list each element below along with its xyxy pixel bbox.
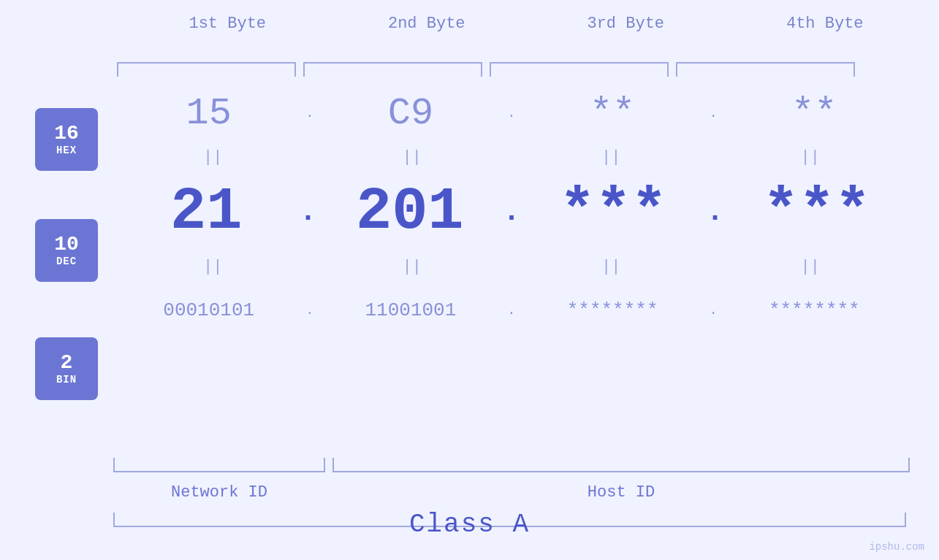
hex-row: 15 . C9 . ** . ** bbox=[113, 84, 910, 142]
network-bracket bbox=[113, 458, 325, 472]
dec-byte-3: *** bbox=[520, 178, 706, 246]
dot-b1: . bbox=[304, 303, 315, 318]
bracket-1 bbox=[117, 62, 296, 77]
bin-byte-4: ******** bbox=[719, 299, 910, 321]
eq1-2: || bbox=[322, 148, 501, 166]
badge-dec-number: 10 bbox=[54, 234, 79, 256]
top-brackets bbox=[113, 62, 910, 84]
network-id-label: Network ID bbox=[113, 483, 325, 502]
dot-d3: . bbox=[706, 196, 723, 229]
bottom-brackets bbox=[113, 458, 910, 472]
bracket-3 bbox=[490, 62, 669, 77]
eq2-1: || bbox=[123, 258, 303, 276]
badge-bin: 2 BIN bbox=[35, 337, 98, 400]
dec-row: 21 . 201 . *** . *** bbox=[113, 172, 910, 252]
dot-d2: . bbox=[503, 196, 520, 229]
bracket-2 bbox=[303, 62, 482, 77]
dot-d1: . bbox=[299, 196, 316, 229]
badge-bin-number: 2 bbox=[61, 352, 73, 375]
header-byte-4: 4th Byte bbox=[734, 15, 916, 33]
badge-bin-label: BIN bbox=[56, 374, 77, 386]
dot-b2: . bbox=[506, 303, 517, 318]
dec-byte-1: 21 bbox=[113, 178, 299, 246]
eq1-3: || bbox=[522, 148, 701, 166]
class-label: Class A bbox=[0, 510, 939, 540]
watermark: ipshu.com bbox=[869, 541, 924, 553]
column-headers: 1st Byte 2nd Byte 3rd Byte 4th Byte bbox=[128, 15, 924, 33]
bin-byte-2: 11001001 bbox=[315, 299, 506, 321]
badge-hex: 16 HEX bbox=[35, 108, 98, 171]
hex-byte-1: 15 bbox=[113, 92, 304, 135]
eq1-4: || bbox=[721, 148, 900, 166]
badge-hex-label: HEX bbox=[56, 145, 77, 156]
eq2-2: || bbox=[322, 258, 501, 276]
hex-byte-2: C9 bbox=[315, 92, 506, 135]
eq2-4: || bbox=[721, 258, 900, 276]
badge-hex-number: 16 bbox=[54, 123, 79, 145]
bin-row: 00010101 . 11001001 . ******** . *******… bbox=[113, 281, 910, 340]
equals-row-2: || || || || bbox=[113, 252, 910, 281]
bracket-4 bbox=[676, 62, 855, 77]
hex-byte-3: ** bbox=[517, 92, 707, 135]
badge-dec-label: DEC bbox=[56, 256, 77, 267]
main-container: 16 HEX 10 DEC 2 BIN 1st Byte 2nd Byte 3r… bbox=[0, 0, 939, 560]
dot-h3: . bbox=[708, 106, 719, 120]
header-byte-1: 1st Byte bbox=[136, 15, 319, 33]
dec-byte-2: 201 bbox=[317, 178, 503, 246]
dec-byte-4: *** bbox=[724, 178, 910, 246]
bin-byte-3: ******** bbox=[517, 299, 707, 321]
badge-dec: 10 DEC bbox=[35, 219, 98, 282]
header-byte-3: 3rd Byte bbox=[534, 15, 717, 33]
dot-h1: . bbox=[304, 106, 315, 120]
host-bracket bbox=[332, 458, 910, 472]
eq2-3: || bbox=[522, 258, 701, 276]
host-id-label: Host ID bbox=[332, 483, 910, 502]
equals-row-1: || || || || bbox=[113, 142, 910, 172]
dot-h2: . bbox=[506, 106, 517, 120]
eq1-1: || bbox=[123, 148, 303, 166]
main-grid: 15 . C9 . ** . ** || || || || 21 . 201 .… bbox=[113, 62, 910, 340]
header-byte-2: 2nd Byte bbox=[335, 15, 518, 33]
dot-b3: . bbox=[708, 303, 719, 318]
bin-byte-1: 00010101 bbox=[113, 299, 304, 321]
bottom-labels: Network ID Host ID bbox=[113, 483, 910, 502]
hex-byte-4: ** bbox=[719, 92, 910, 135]
